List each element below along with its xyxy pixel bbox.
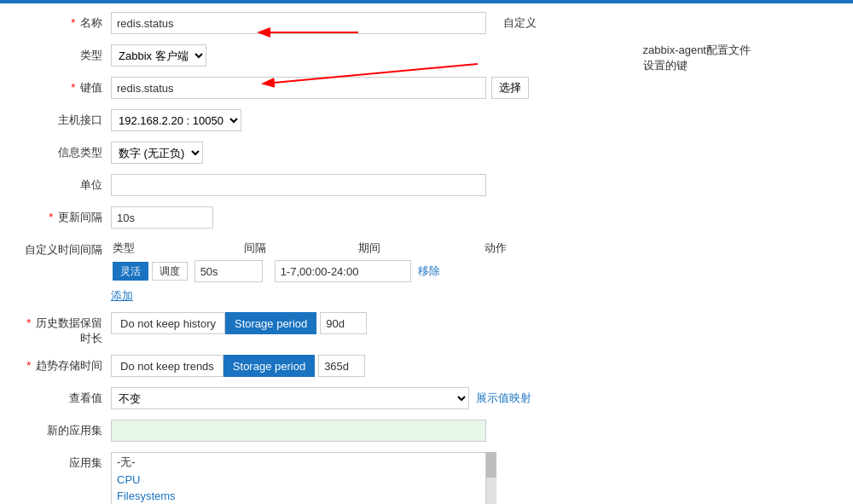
history-storage-button[interactable]: Storage period bbox=[225, 312, 316, 334]
key-content: 选择 bbox=[111, 77, 836, 99]
key-label: * 键值 bbox=[17, 77, 111, 96]
value-content: 不变 展示值映射 bbox=[111, 387, 836, 409]
list-item[interactable]: CPU bbox=[112, 472, 485, 488]
history-row: * 历史数据保留时长 Do not keep history Storage p… bbox=[17, 312, 836, 346]
type-select[interactable]: Zabbix 客户端 bbox=[111, 44, 206, 67]
update-interval-content bbox=[111, 206, 836, 229]
page-container: * 名称 自定义 类型 Zabbix 客户端 * 键值 bbox=[0, 0, 853, 504]
required-star-name: * bbox=[71, 16, 75, 29]
key-select-button[interactable]: 选择 bbox=[491, 77, 529, 99]
scrollbar-thumb bbox=[486, 452, 496, 478]
history-days-input[interactable] bbox=[320, 312, 367, 334]
history-do-not-button[interactable]: Do not keep history bbox=[111, 312, 225, 334]
new-app-row: 新的应用集 bbox=[17, 420, 836, 443]
custom-interval-content: 类型 间隔 期间 动作 灵活 调度 bbox=[111, 239, 836, 304]
new-app-content bbox=[111, 420, 836, 442]
name-row: * 名称 自定义 bbox=[17, 12, 836, 36]
value-label: 查看值 bbox=[17, 387, 111, 406]
new-app-input[interactable] bbox=[111, 420, 486, 442]
name-label: * 名称 bbox=[17, 12, 111, 31]
annotation-box: zabbix-agent配置文件 设置的键 bbox=[643, 43, 751, 73]
interval-row: 灵活 调度 移除 bbox=[111, 258, 514, 285]
history-content: Do not keep history Storage period bbox=[111, 312, 836, 334]
remove-interval-button[interactable]: 移除 bbox=[418, 264, 440, 279]
trend-label: * 趋势存储时间 bbox=[17, 355, 111, 374]
annotation-line2: 设置的键 bbox=[643, 58, 751, 73]
interval-value-input[interactable] bbox=[194, 260, 263, 282]
interval-table: 类型 间隔 期间 动作 灵活 调度 bbox=[111, 239, 514, 285]
app-label: 应用集 bbox=[17, 452, 111, 471]
required-star-history: * bbox=[26, 316, 31, 329]
custom-interval-label: 自定义时间间隔 bbox=[17, 239, 111, 258]
update-interval-label: * 更新间隔 bbox=[17, 206, 111, 225]
add-interval-button[interactable]: 添加 bbox=[111, 288, 133, 304]
host-interface-select[interactable]: 192.168.2.20 : 10050 bbox=[111, 109, 241, 131]
unit-content bbox=[111, 174, 836, 196]
key-row: * 键值 选择 bbox=[17, 77, 836, 101]
name-input[interactable] bbox=[111, 12, 486, 34]
form-area: * 名称 自定义 类型 Zabbix 客户端 * 键值 bbox=[0, 3, 853, 504]
history-label: * 历史数据保留时长 bbox=[17, 312, 111, 346]
value-select[interactable]: 不变 bbox=[111, 387, 469, 409]
key-input[interactable] bbox=[111, 77, 486, 99]
unit-input[interactable] bbox=[111, 174, 486, 196]
interval-remove-cell: 移除 bbox=[416, 258, 514, 285]
info-type-row: 信息类型 数字 (无正负) bbox=[17, 142, 836, 165]
interval-value-cell bbox=[193, 258, 273, 285]
info-type-label: 信息类型 bbox=[17, 142, 111, 160]
col-type: 类型 bbox=[111, 239, 193, 258]
flexible-button[interactable]: 灵活 bbox=[113, 262, 148, 281]
list-item[interactable]: -无- bbox=[112, 453, 485, 472]
host-interface-row: 主机接口 192.168.2.20 : 10050 bbox=[17, 109, 836, 133]
interval-type-cell: 灵活 调度 bbox=[111, 258, 193, 285]
type-label: 类型 bbox=[17, 44, 111, 63]
name-content: 自定义 bbox=[111, 12, 836, 34]
required-star-trend: * bbox=[26, 359, 31, 372]
show-mapping-link[interactable]: 展示值映射 bbox=[476, 391, 531, 406]
interval-period-input[interactable] bbox=[275, 260, 411, 282]
app-row: 应用集 -无- CPU Filesystems General Memory N… bbox=[17, 452, 836, 504]
schedule-button[interactable]: 调度 bbox=[152, 262, 188, 281]
trend-do-not-button[interactable]: Do not keep trends bbox=[111, 355, 223, 377]
required-star-interval: * bbox=[49, 211, 53, 223]
new-app-label: 新的应用集 bbox=[17, 420, 111, 438]
custom-interval-row: 自定义时间间隔 类型 间隔 期间 动作 bbox=[17, 239, 836, 304]
col-action: 动作 bbox=[416, 239, 514, 258]
trend-content: Do not keep trends Storage period bbox=[111, 355, 836, 377]
info-type-select[interactable]: 数字 (无正负) bbox=[111, 142, 203, 164]
list-item[interactable]: Filesystems bbox=[112, 488, 485, 504]
col-period: 期间 bbox=[273, 239, 416, 258]
required-star-key: * bbox=[71, 81, 75, 94]
host-interface-label: 主机接口 bbox=[17, 109, 111, 128]
info-type-content: 数字 (无正负) bbox=[111, 142, 836, 164]
host-interface-content: 192.168.2.20 : 10050 bbox=[111, 109, 836, 131]
col-interval: 间隔 bbox=[193, 239, 273, 258]
custom-label: 自定义 bbox=[503, 15, 537, 31]
app-content: -无- CPU Filesystems General Memory Netwo… bbox=[111, 452, 836, 504]
annotation-line1: zabbix-agent配置文件 bbox=[643, 43, 751, 58]
trend-row: * 趋势存储时间 Do not keep trends Storage peri… bbox=[17, 355, 836, 379]
value-row: 查看值 不变 展示值映射 bbox=[17, 387, 836, 411]
trend-storage-button[interactable]: Storage period bbox=[223, 355, 315, 377]
interval-period-cell bbox=[273, 258, 416, 285]
unit-label: 单位 bbox=[17, 174, 111, 193]
app-list[interactable]: -无- CPU Filesystems General Memory Netwo… bbox=[111, 452, 486, 504]
scrollbar[interactable] bbox=[486, 452, 496, 504]
unit-row: 单位 bbox=[17, 174, 836, 198]
update-interval-row: * 更新间隔 bbox=[17, 206, 836, 230]
update-interval-input[interactable] bbox=[111, 206, 213, 229]
trend-days-input[interactable] bbox=[318, 355, 365, 377]
